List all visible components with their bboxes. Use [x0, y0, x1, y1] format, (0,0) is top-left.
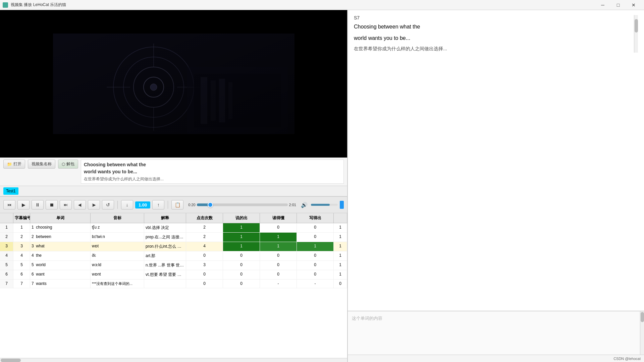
restore-button[interactable]: □ — [610, 0, 626, 10]
word-detail-placeholder: 这个单词的内容 — [352, 316, 382, 321]
phonetic: wɜːld — [91, 261, 144, 270]
word-num-word: 5 world — [30, 261, 91, 270]
table-body: 1 1 1 choosing tʃu z vbl.选择 决定 2 1 0 0 1… — [0, 223, 347, 358]
table-row[interactable]: 5 5 5 world wɜːld n.世界 ...界 世事 世故 社会adj.… — [0, 261, 347, 270]
subtitle-text-display: Choosing between what the world wants yo… — [81, 160, 344, 184]
extra: 1 — [334, 223, 347, 232]
horizontal-scrollbar[interactable] — [0, 358, 347, 362]
file-item[interactable]: Test1 — [3, 187, 18, 195]
table-row[interactable]: 6 6 6 want wɒnt vt.想要 希望 需要 短缺 缺少n.需要 短缺… — [0, 270, 347, 280]
read: 0 — [260, 251, 297, 260]
col-header-definition: 解释 — [144, 213, 186, 223]
status-text: CSDN @lehocat — [613, 357, 641, 361]
volume-bar[interactable] — [311, 204, 338, 206]
episode-name-button[interactable]: 视频集名称 — [28, 160, 55, 169]
written: 0 — [297, 251, 334, 260]
video-area — [0, 10, 347, 158]
table-row[interactable]: 4 4 4 the ðiː art.那 0 0 0 0 1 — [0, 251, 347, 261]
video-visual — [53, 34, 294, 134]
col-header-index — [0, 213, 13, 223]
definition: n.世界 ...界 世事 世故 社会adj.世界的 — [144, 261, 186, 270]
written: 0 — [297, 270, 334, 279]
phonetic: ðiː — [91, 251, 144, 260]
word-detail-scrollbar[interactable] — [640, 311, 644, 355]
volume-slider-thumb[interactable] — [340, 201, 344, 209]
table-row[interactable]: 7 7 7 wants ***没有查到这个单词的... 0 0 - - 0 — [0, 280, 347, 288]
pause-button[interactable]: ⏸ — [32, 200, 44, 209]
subtitle-id: 6 — [13, 270, 30, 279]
read: 0 — [260, 223, 297, 232]
clicks: 0 — [186, 251, 223, 260]
window-controls: ─ □ ✕ — [595, 0, 641, 10]
subtitle-info-panel: S7 Choosing between what the world wants… — [348, 10, 644, 311]
word-detail-scrollbar-thumb[interactable] — [641, 312, 644, 322]
volume-icon: 🔊 — [301, 202, 308, 208]
app-icon — [3, 2, 8, 8]
subtitle-icon: ⬡ — [62, 162, 65, 167]
word-num-word: 3 what — [30, 242, 91, 251]
rewind-button[interactable]: ⏮ — [3, 200, 15, 209]
row-index: 7 — [0, 280, 13, 288]
right-scrollbar-thumb[interactable] — [635, 19, 638, 33]
file-list: Test1 — [0, 186, 347, 196]
speed-down-button[interactable]: ↓ — [121, 200, 133, 209]
read: 0 — [260, 270, 297, 279]
extra: 1 — [334, 233, 347, 242]
copy-button[interactable]: 📋 — [171, 200, 183, 209]
definition — [144, 280, 186, 288]
subtitle-id: 4 — [13, 251, 30, 260]
col-header-word: 单词 — [30, 213, 91, 223]
progress-thumb — [208, 202, 213, 207]
h-scrollbar-thumb[interactable] — [1, 359, 21, 362]
close-button[interactable]: ✕ — [626, 0, 641, 10]
col-header-clicks: 点击次数 — [186, 213, 223, 223]
definition: pron.什么int.怎么 多么adj.什么adv.到什么程度 在哪一方面n.本… — [144, 242, 186, 251]
subtitle-button[interactable]: ⬡ 解包 — [58, 160, 78, 169]
row-index: 4 — [0, 251, 13, 260]
open-button[interactable]: 📁 打开 — [3, 160, 25, 169]
row-index: 3 — [0, 242, 13, 251]
speed-up-button[interactable]: ↑ — [152, 200, 164, 209]
window-title: 视频集 播放 LeHoCat 乐活的猫 — [11, 2, 66, 8]
status-bar: CSDN @lehocat — [348, 355, 644, 362]
video-content — [53, 34, 294, 134]
next-button[interactable]: ⏭ — [60, 200, 72, 209]
subtitle-bar: 📁 打开 视频集名称 ⬡ 解包 Choosing between what th… — [0, 158, 347, 186]
separator — [117, 201, 118, 209]
word-num-word: 2 between — [30, 233, 91, 242]
right-panel-scrollbar[interactable] — [634, 15, 638, 53]
table-row[interactable]: 3 3 3 what wɒt pron.什么int.怎么 多么adj.什么adv… — [0, 242, 347, 251]
said: 0 — [223, 261, 260, 270]
right-panel: S7 Choosing between what the world wants… — [347, 10, 644, 362]
frame-fwd-button[interactable]: |▶ — [88, 200, 100, 209]
clicks: 2 — [186, 223, 223, 232]
separator2 — [168, 201, 168, 209]
clicks: 3 — [186, 261, 223, 270]
phonetic: tʃu z — [91, 223, 144, 232]
minimize-button[interactable]: ─ — [595, 0, 610, 10]
table-row[interactable]: 1 1 1 choosing tʃu z vbl.选择 决定 2 1 0 0 1 — [0, 223, 347, 233]
frame-back-button[interactable]: ◀| — [74, 200, 86, 209]
row-index: 2 — [0, 233, 13, 242]
stop-button[interactable]: ⏹ — [46, 200, 58, 209]
read: 1 — [260, 242, 297, 251]
clicks: 4 — [186, 242, 223, 251]
said: 0 — [223, 270, 260, 279]
col-header-extra — [334, 213, 347, 223]
definition: prep.在...之间 连接... 由...协力合作 — [144, 233, 186, 242]
subtitle-id: 1 — [13, 223, 30, 232]
subtitle-english-1: Choosing between what the — [354, 22, 447, 31]
table-row[interactable]: 2 2 2 between bɪˈtwiːn prep.在...之间 连接...… — [0, 233, 347, 242]
subtitle-id: 2 — [13, 233, 30, 242]
repeat-button[interactable]: ↺ — [102, 200, 114, 209]
word-detail-panel: 这个单词的内容 — [348, 311, 644, 355]
read: 0 — [260, 261, 297, 270]
extra: 1 — [334, 251, 347, 260]
row-index: 5 — [0, 261, 13, 270]
progress-bar[interactable] — [197, 203, 288, 206]
phonetic: ***没有查到这个单词的... — [91, 280, 144, 288]
play-button[interactable]: ▶ — [17, 200, 30, 209]
read: 1 — [260, 233, 297, 242]
open-icon: 📁 — [7, 162, 12, 167]
definition: art.那 — [144, 251, 186, 260]
